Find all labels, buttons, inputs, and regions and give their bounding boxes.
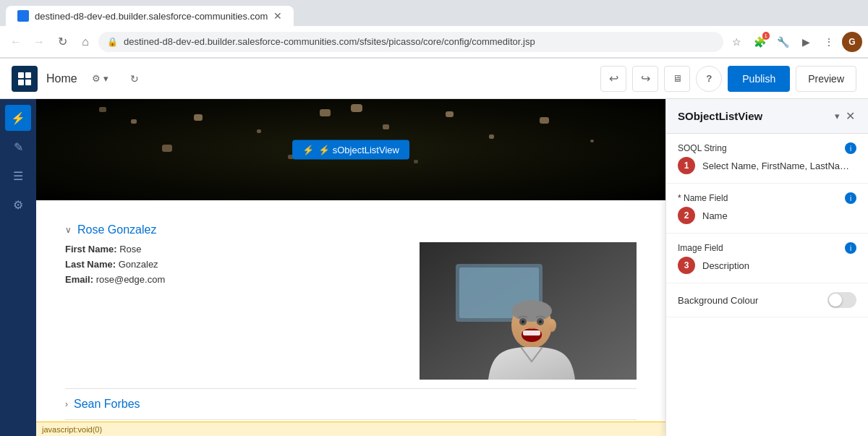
contact-rose-text: First Name: Rose Last Name: Gonzalez Ema… bbox=[65, 242, 405, 287]
app-settings-button[interactable]: ⚙ ▾ bbox=[86, 70, 114, 87]
preview-button[interactable]: Preview bbox=[796, 66, 856, 92]
browser-tab[interactable]: destined-d8-dev-ed.builder.salesforce-co… bbox=[6, 6, 294, 26]
publish-button[interactable]: Publish bbox=[728, 66, 790, 92]
hero-banner: ⚡ ⚡ sObjectListView bbox=[36, 99, 665, 200]
soql-info-icon[interactable]: i bbox=[845, 142, 856, 154]
svg-rect-0 bbox=[18, 72, 24, 78]
chevron-right-icon: › bbox=[65, 399, 68, 409]
contact-last-name: Last Name: Gonzalez bbox=[65, 257, 405, 273]
svg-rect-1 bbox=[25, 72, 31, 78]
undo-button[interactable]: ↩ bbox=[600, 66, 626, 92]
forward-icon: → bbox=[33, 35, 45, 48]
dropdown-icon: ▾ bbox=[835, 111, 840, 121]
bg-colour-toggle[interactable] bbox=[827, 292, 856, 308]
panel-dropdown-button[interactable]: ▾ bbox=[833, 108, 841, 124]
contact-first-name: First Name: Rose bbox=[65, 242, 405, 257]
media-button[interactable]: ▶ bbox=[796, 32, 816, 52]
panel-header: SObjectListView ▾ ✕ bbox=[666, 99, 868, 134]
toggle-knob bbox=[829, 294, 842, 307]
bookmark-button[interactable]: ☆ bbox=[726, 32, 746, 52]
list-item[interactable]: › Sean Forbes bbox=[65, 389, 637, 420]
particle bbox=[489, 134, 494, 139]
tab-close-btn[interactable]: ✕ bbox=[273, 10, 282, 22]
contact-header-rose[interactable]: ∨ Rose Gonzalez bbox=[65, 223, 637, 236]
image-step-row: 3 Description bbox=[678, 257, 856, 274]
settings-dropdown-icon: ▾ bbox=[103, 73, 109, 84]
person-image-svg bbox=[420, 242, 637, 380]
particle bbox=[446, 111, 454, 117]
panel-image-section: Image Field i 3 Description bbox=[666, 234, 868, 283]
contact-name-rose: Rose Gonzalez bbox=[77, 223, 156, 236]
profile-avatar[interactable]: G bbox=[842, 32, 862, 52]
image-info-icon[interactable]: i bbox=[845, 242, 856, 254]
soql-value: Select Name, FirstName, LastName, E bbox=[702, 161, 856, 171]
contact-email: Email: rose@edge.com bbox=[65, 273, 405, 288]
sobject-list-view-tag[interactable]: ⚡ ⚡ sObjectListView bbox=[292, 140, 409, 160]
svg-point-14 bbox=[539, 320, 542, 323]
question-icon: ? bbox=[706, 73, 712, 84]
sidebar-item-pencil[interactable]: ✎ bbox=[5, 134, 31, 160]
particle bbox=[320, 109, 331, 116]
left-sidebar: ⚡ ✎ ☰ ⚙ bbox=[0, 99, 36, 436]
image-field-value: Description bbox=[702, 260, 856, 271]
home-button[interactable]: ⌂ bbox=[75, 32, 95, 52]
contact-rose-info: First Name: Rose Last Name: Gonzalez Ema… bbox=[65, 242, 405, 380]
list-item: ∨ Rose Gonzalez First Name: Rose Last Na… bbox=[65, 215, 637, 389]
particle bbox=[540, 117, 549, 124]
main-layout: ⚡ ✎ ☰ ⚙ bbox=[0, 99, 868, 436]
name-info-icon[interactable]: i bbox=[845, 192, 856, 204]
contact-name-sean: Sean Forbes bbox=[74, 398, 140, 411]
svg-rect-2 bbox=[18, 80, 24, 85]
image-field-label: Image Field i bbox=[678, 242, 856, 254]
panel-name-section: * Name Field i 2 Name bbox=[666, 184, 868, 234]
sidebar-item-list[interactable]: ☰ bbox=[5, 163, 31, 189]
particle bbox=[257, 129, 261, 133]
redo-icon: ↪ bbox=[641, 72, 650, 85]
more-icon: ⋮ bbox=[824, 36, 834, 48]
device-button[interactable]: 🖥 bbox=[664, 66, 690, 92]
lock-icon: 🔒 bbox=[107, 37, 118, 47]
bg-colour-label: Background Colour bbox=[678, 295, 758, 306]
tab-title: destined-d8-dev-ed.builder.salesforce-co… bbox=[35, 11, 268, 22]
bolt-icon: ⚡ bbox=[11, 111, 25, 125]
right-panel: SObjectListView ▾ ✕ SOQL String i 1 bbox=[665, 99, 868, 436]
app-reload-button[interactable]: ↻ bbox=[123, 67, 146, 90]
status-bar: javascript:void(0) bbox=[36, 422, 665, 436]
step-badge-3: 3 bbox=[678, 257, 695, 274]
forward-button[interactable]: → bbox=[29, 32, 49, 52]
extensions-icon: 🔧 bbox=[777, 36, 789, 48]
contact-image bbox=[420, 242, 637, 380]
refresh-icon: ↻ bbox=[130, 73, 139, 85]
address-bar[interactable]: 🔒 destined-d8-dev-ed.builder.salesforce-… bbox=[98, 32, 723, 52]
step-badge-2: 2 bbox=[678, 207, 695, 224]
particle bbox=[99, 107, 106, 112]
chevron-down-icon: ∨ bbox=[65, 225, 72, 235]
browser-nav: ← → ↻ ⌂ 🔒 destined-d8-dev-ed.builder.sal… bbox=[0, 26, 868, 58]
star-icon: ☆ bbox=[732, 36, 741, 48]
extension-badge: 1 bbox=[762, 32, 770, 40]
panel-bg-colour-section: Background Colour bbox=[666, 283, 868, 317]
help-button[interactable]: ? bbox=[696, 66, 722, 92]
reload-button[interactable]: ↻ bbox=[52, 32, 72, 52]
step-badge-1: 1 bbox=[678, 157, 695, 174]
panel-title: SObjectListView bbox=[678, 110, 762, 122]
panel-close-button[interactable]: ✕ bbox=[844, 108, 856, 124]
particle bbox=[351, 104, 362, 112]
extensions-button[interactable]: 🧩 1 bbox=[749, 32, 770, 52]
nav-actions: ☆ 🧩 1 🔧 ▶ ⋮ G bbox=[726, 32, 862, 52]
menu-button[interactable]: ⋮ bbox=[819, 32, 839, 52]
list-content: ∨ Rose Gonzalez First Name: Rose Last Na… bbox=[36, 200, 665, 436]
redo-button[interactable]: ↪ bbox=[632, 66, 658, 92]
svg-rect-3 bbox=[25, 80, 31, 85]
sidebar-item-bolt[interactable]: ⚡ bbox=[5, 105, 31, 131]
extensions2-button[interactable]: 🔧 bbox=[773, 32, 793, 52]
tab-favicon bbox=[17, 10, 29, 22]
status-text: javascript:void(0) bbox=[42, 425, 102, 434]
panel-soql-section: SOQL String i 1 Select Name, FirstName, … bbox=[666, 134, 868, 184]
app-bar: Home ⚙ ▾ ↻ ↩ ↪ 🖥 ? Publish Preview bbox=[0, 59, 868, 99]
sidebar-item-settings[interactable]: ⚙ bbox=[5, 192, 31, 218]
close-icon: ✕ bbox=[846, 110, 855, 122]
back-button[interactable]: ← bbox=[6, 32, 26, 52]
tag-bolt-icon: ⚡ bbox=[302, 145, 314, 155]
media-icon: ▶ bbox=[802, 36, 810, 48]
